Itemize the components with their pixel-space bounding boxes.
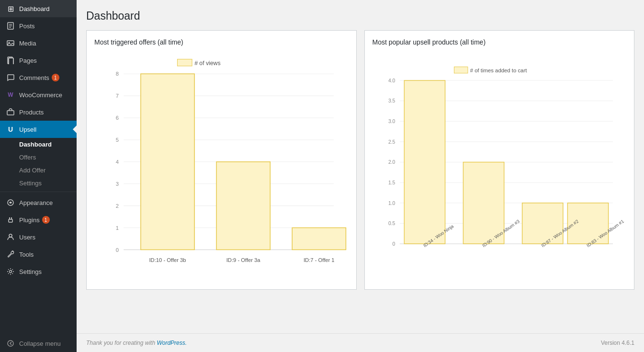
sidebar-item-pages[interactable]: Pages bbox=[0, 52, 77, 69]
svg-rect-9 bbox=[7, 111, 14, 115]
chart1-legend-box bbox=[177, 59, 192, 66]
svg-text:5: 5 bbox=[116, 137, 119, 143]
svg-text:6: 6 bbox=[116, 115, 119, 121]
chart2-svg: # of times added to cart 4.0 3.5 3.0 2.5… bbox=[373, 52, 627, 282]
chart2-bar-1 bbox=[404, 80, 445, 244]
media-icon bbox=[6, 38, 15, 48]
dashboard-icon: ⊞ bbox=[6, 4, 15, 13]
chart1-title: Most triggered offers (all time) bbox=[94, 38, 349, 46]
chart1-bar-2 bbox=[216, 162, 270, 250]
chart1-bar-3 bbox=[292, 228, 346, 250]
chart1-xlabel-3: ID:7 - Offer 1 bbox=[304, 257, 335, 263]
chart1-xlabel-1: ID:10 - Offer 3b bbox=[149, 257, 186, 263]
svg-text:3: 3 bbox=[116, 181, 119, 187]
svg-text:4.0: 4.0 bbox=[388, 78, 395, 83]
sidebar-item-products[interactable]: Products bbox=[0, 103, 77, 121]
sidebar-item-appearance[interactable]: Appearance bbox=[0, 194, 77, 211]
svg-text:2.5: 2.5 bbox=[388, 139, 395, 145]
sidebar-item-settings[interactable]: Settings bbox=[0, 263, 77, 280]
svg-text:4: 4 bbox=[116, 159, 119, 165]
sidebar-item-plugins[interactable]: Plugins 1 bbox=[0, 211, 77, 228]
svg-text:1: 1 bbox=[116, 225, 119, 231]
plugins-icon bbox=[6, 215, 15, 225]
svg-text:2: 2 bbox=[116, 203, 119, 209]
footer-text-1: Thank you for creating bbox=[86, 340, 145, 346]
page-title: Dashboard bbox=[86, 10, 634, 23]
upsell-icon: U bbox=[6, 125, 15, 134]
comments-badge: 1 bbox=[52, 74, 59, 81]
main-content: Dashboard Most triggered offers (all tim… bbox=[77, 0, 644, 352]
footer: Thank you for creating with WordPress. V… bbox=[77, 333, 644, 352]
svg-text:2.0: 2.0 bbox=[388, 159, 395, 165]
chart2-panel: Most popular upsell products (all time) … bbox=[364, 30, 635, 290]
chart2-title: Most popular upsell products (all time) bbox=[373, 38, 627, 46]
sidebar: ⊞ Dashboard Posts Media Pages Comments 1… bbox=[0, 0, 77, 352]
posts-icon bbox=[6, 21, 15, 31]
charts-row: Most triggered offers (all time) # of vi… bbox=[86, 30, 634, 290]
chart2-container: # of times added to cart 4.0 3.5 3.0 2.5… bbox=[373, 52, 627, 282]
svg-rect-11 bbox=[9, 219, 12, 222]
sidebar-item-woocommerce[interactable]: W WooCommerce bbox=[0, 86, 77, 103]
chart2-legend-label: # of times added to cart bbox=[470, 68, 527, 73]
sidebar-item-media[interactable]: Media bbox=[0, 34, 77, 52]
footer-text-2: with bbox=[145, 340, 157, 346]
users-icon bbox=[6, 232, 15, 242]
upsell-submenu: Dashboard Offers Add Offer Settings bbox=[0, 138, 77, 190]
svg-rect-4 bbox=[7, 41, 14, 45]
footer-thank-you: Thank you for creating with WordPress. bbox=[86, 340, 187, 346]
svg-text:0.5: 0.5 bbox=[388, 221, 395, 226]
chart1-svg: # of views 8 7 6 5 bbox=[94, 52, 349, 282]
sub-item-dashboard[interactable]: Dashboard bbox=[0, 138, 77, 151]
svg-text:0: 0 bbox=[116, 247, 119, 253]
svg-text:0: 0 bbox=[392, 241, 395, 247]
collapse-icon bbox=[6, 339, 15, 348]
svg-text:8: 8 bbox=[116, 71, 119, 77]
tools-icon bbox=[6, 250, 15, 259]
svg-rect-7 bbox=[9, 58, 13, 64]
sidebar-item-tools[interactable]: Tools bbox=[0, 246, 77, 263]
chart1-xlabel-2: ID:9 - Offer 3a bbox=[226, 257, 261, 263]
svg-point-17 bbox=[10, 271, 12, 273]
appearance-icon bbox=[6, 198, 15, 207]
sidebar-item-dashboard[interactable]: ⊞ Dashboard bbox=[0, 0, 77, 17]
sidebar-item-users[interactable]: Users bbox=[0, 228, 77, 246]
footer-wordpress-link[interactable]: WordPress. bbox=[157, 340, 187, 346]
chart1-panel: Most triggered offers (all time) # of vi… bbox=[86, 30, 357, 290]
svg-point-16 bbox=[9, 234, 12, 237]
plugins-badge: 1 bbox=[42, 216, 50, 224]
sidebar-item-posts[interactable]: Posts bbox=[0, 17, 77, 34]
woocommerce-icon: W bbox=[6, 90, 15, 100]
svg-text:3.0: 3.0 bbox=[388, 119, 395, 124]
products-icon bbox=[6, 107, 15, 117]
svg-text:7: 7 bbox=[116, 93, 119, 99]
chart1-container: # of views 8 7 6 5 bbox=[94, 52, 349, 282]
pages-icon bbox=[6, 56, 15, 65]
sub-item-offers[interactable]: Offers bbox=[0, 151, 77, 164]
chart1-bar-1 bbox=[141, 74, 194, 250]
sidebar-separator-1 bbox=[0, 192, 77, 192]
settings-icon bbox=[6, 267, 15, 276]
comments-icon bbox=[6, 73, 15, 82]
chart1-legend-label: # of views bbox=[194, 60, 220, 67]
sub-item-settings[interactable]: Settings bbox=[0, 177, 77, 190]
chart2-bar-2 bbox=[463, 162, 504, 244]
sidebar-item-upsell[interactable]: U Upsell bbox=[0, 121, 77, 138]
collapse-menu-button[interactable]: Collapse menu bbox=[0, 335, 77, 352]
svg-text:1.0: 1.0 bbox=[388, 201, 395, 206]
svg-text:1.5: 1.5 bbox=[388, 180, 395, 185]
sidebar-item-comments[interactable]: Comments 1 bbox=[0, 69, 77, 86]
sub-item-add-offer[interactable]: Add Offer bbox=[0, 164, 77, 177]
footer-version: Version 4.6.1 bbox=[601, 340, 634, 346]
upsell-arrow bbox=[73, 125, 77, 133]
svg-text:3.5: 3.5 bbox=[388, 98, 395, 103]
chart2-legend-box bbox=[454, 67, 467, 73]
